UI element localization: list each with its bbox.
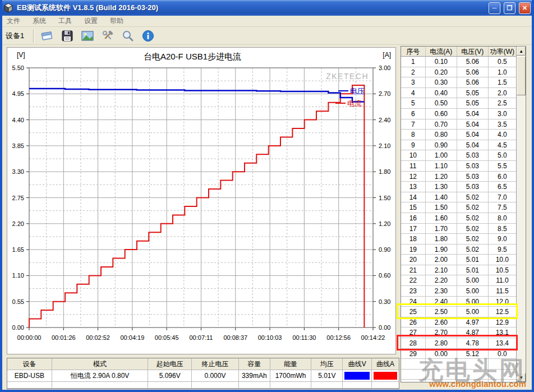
step-cell: 4.97 bbox=[457, 317, 489, 328]
step-table-row[interactable]: 161.605.028.0 bbox=[401, 213, 516, 224]
step-table-row[interactable]: 290.005.120.0 bbox=[401, 349, 516, 359]
image-export-icon[interactable] bbox=[80, 29, 95, 43]
step-cell: 13.4 bbox=[489, 338, 517, 349]
svg-text:1.50: 1.50 bbox=[379, 195, 390, 201]
step-table-row[interactable]: 20.205.061.0 bbox=[401, 67, 516, 78]
step-cell: 1.0 bbox=[489, 67, 517, 78]
step-table-row[interactable]: 131.305.036.5 bbox=[401, 182, 516, 192]
menu-item-系统[interactable]: 系统 bbox=[33, 16, 46, 26]
step-cell: 23 bbox=[401, 286, 426, 297]
step-col-header: 功率(W) bbox=[489, 47, 517, 57]
step-table-row[interactable]: 80.805.044.0 bbox=[401, 130, 516, 140]
step-table-row[interactable]: 272.704.8713.1 bbox=[401, 328, 516, 338]
step-cell: 0.80 bbox=[426, 130, 457, 140]
step-cell: 29 bbox=[401, 349, 426, 359]
device-tab[interactable]: 设备1 bbox=[6, 31, 27, 41]
step-table-row[interactable] bbox=[401, 380, 516, 382]
step-col-header: 电压(V) bbox=[457, 47, 489, 57]
svg-text:5.50: 5.50 bbox=[12, 64, 24, 71]
menu-item-工具[interactable]: 工具 bbox=[58, 16, 72, 26]
step-cell: 0.20 bbox=[426, 67, 457, 78]
step-cell: 2.30 bbox=[426, 286, 457, 297]
step-table-row[interactable]: 101.005.035.0 bbox=[401, 150, 516, 161]
svg-text:2.40: 2.40 bbox=[379, 117, 390, 123]
save-icon[interactable] bbox=[60, 29, 75, 43]
chart-canvas: 00:00:0000:01:2600:02:5200:04:1900:05:45… bbox=[7, 48, 397, 355]
step-table-row[interactable]: 151.505.027.5 bbox=[401, 202, 516, 213]
zoom-icon[interactable] bbox=[121, 29, 135, 43]
step-cell bbox=[426, 370, 457, 380]
close-button[interactable]: ✕ bbox=[519, 2, 531, 14]
summary-value: 5.096V bbox=[148, 370, 192, 382]
toolbar-separator bbox=[33, 29, 34, 43]
step-table-row[interactable]: 171.705.028.5 bbox=[401, 224, 516, 234]
step-table-row[interactable]: 232.305.0011.5 bbox=[401, 286, 516, 297]
menu-item-帮助[interactable]: 帮助 bbox=[110, 16, 123, 26]
svg-text:00:00:00: 00:00:00 bbox=[17, 334, 42, 341]
step-table-row[interactable]: 121.205.036.0 bbox=[401, 172, 516, 182]
tools-icon[interactable] bbox=[100, 29, 115, 43]
step-cell: 11 bbox=[401, 161, 426, 172]
step-cell: 17 bbox=[401, 224, 426, 234]
step-cell: 5.04 bbox=[457, 130, 489, 140]
step-cell: 5.02 bbox=[457, 213, 489, 224]
step-table-row[interactable]: 212.105.0110.5 bbox=[401, 265, 516, 276]
step-table-row[interactable]: 40.405.052.0 bbox=[401, 88, 516, 99]
step-table-row[interactable]: 141.405.027.0 bbox=[401, 192, 516, 203]
step-table-row[interactable] bbox=[401, 359, 516, 370]
scroll-down-icon[interactable]: ▼ bbox=[517, 373, 526, 382]
step-table-row[interactable]: 262.604.9712.9 bbox=[401, 317, 516, 328]
summary-empty-cell bbox=[343, 382, 372, 389]
step-table-row[interactable]: 30.305.061.5 bbox=[401, 77, 516, 88]
step-cell: 4.87 bbox=[457, 328, 489, 338]
step-table-row[interactable]: 70.705.043.5 bbox=[401, 119, 516, 130]
summary-empty-cell bbox=[372, 382, 399, 389]
step-cell: 1.30 bbox=[426, 182, 457, 192]
step-cell bbox=[457, 359, 489, 370]
scrollbar-thumb[interactable] bbox=[517, 56, 526, 95]
step-table-row[interactable] bbox=[401, 370, 516, 380]
step-table-row[interactable]: 252.505.0012.5 bbox=[401, 307, 516, 317]
step-table-row[interactable]: 50.505.052.5 bbox=[401, 98, 516, 109]
step-table-row[interactable]: 181.805.029.0 bbox=[401, 234, 516, 245]
maximize-button[interactable]: ❐ bbox=[504, 2, 515, 14]
step-cell: 5 bbox=[401, 98, 426, 109]
step-table-row[interactable]: 282.804.7813.4 bbox=[401, 338, 516, 349]
step-cell: 5.00 bbox=[457, 307, 489, 317]
step-cell: 9.0 bbox=[489, 234, 517, 245]
step-cell bbox=[489, 380, 517, 382]
step-cell: 25 bbox=[401, 307, 426, 317]
step-table-row[interactable]: 191.905.029.5 bbox=[401, 245, 516, 255]
step-cell: 26 bbox=[401, 317, 426, 328]
scroll-up-icon[interactable]: ▲ bbox=[517, 47, 526, 56]
step-table-row[interactable]: 10.105.060.5 bbox=[401, 57, 516, 67]
step-cell: 5.02 bbox=[457, 224, 489, 234]
step-table-row[interactable]: 222.205.0011.0 bbox=[401, 275, 516, 286]
svg-text:1.20: 1.20 bbox=[379, 220, 390, 227]
legend-current: 电流 bbox=[347, 99, 362, 108]
step-table-row[interactable]: 111.105.035.5 bbox=[401, 161, 516, 172]
scrollbar[interactable]: ▲ ▼ bbox=[516, 47, 526, 382]
step-table-row[interactable]: 242.405.0012.0 bbox=[401, 297, 516, 307]
menu-item-文件[interactable]: 文件 bbox=[7, 16, 20, 26]
svg-text:ZKETECH: ZKETECH bbox=[326, 72, 369, 81]
curve-a-color-swatch[interactable] bbox=[374, 372, 397, 380]
summary-vals-row: EBD-USB恒电流 2.90A 0.80V5.096V0.000V339mAh… bbox=[7, 370, 399, 382]
step-table-row[interactable]: 60.605.043.0 bbox=[401, 109, 516, 119]
new-window-icon[interactable] bbox=[40, 29, 54, 43]
step-cell bbox=[401, 370, 426, 380]
step-table-row[interactable]: 202.005.0110.0 bbox=[401, 255, 516, 265]
curve-v-color-swatch[interactable] bbox=[344, 372, 370, 380]
info-icon[interactable] bbox=[141, 29, 155, 43]
svg-text:0.90: 0.90 bbox=[379, 246, 390, 253]
step-table-row[interactable]: 90.905.044.5 bbox=[401, 140, 516, 151]
summary-stub-row bbox=[7, 382, 399, 389]
step-col-header: 序号 bbox=[401, 47, 426, 57]
step-cell: 3.5 bbox=[489, 119, 517, 130]
svg-text:0.55: 0.55 bbox=[12, 298, 24, 305]
step-cell: 4 bbox=[401, 88, 426, 99]
svg-text:2.20: 2.20 bbox=[12, 220, 24, 227]
menu-item-设置[interactable]: 设置 bbox=[84, 16, 98, 26]
svg-text:00:01:26: 00:01:26 bbox=[52, 334, 76, 341]
minimize-button[interactable]: ─ bbox=[489, 2, 500, 14]
